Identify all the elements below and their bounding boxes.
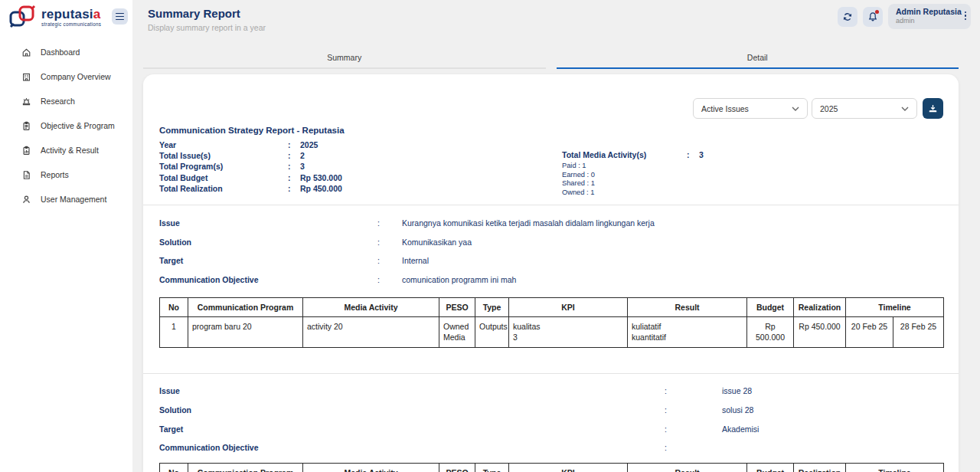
sidebar-item-label: User Management [41,195,106,204]
stat-row: Total Issue(s):2 [159,150,342,161]
cell-type: Outputs [475,317,509,348]
cell-realization: Rp 450.000 [794,317,846,348]
field-label: Issue [159,386,665,395]
cell-activity: activity 20 [303,317,439,348]
issue-field-row: Issue:Kurangnya komunikasi ketika terjad… [159,218,655,228]
table-row: 1 program baru 20 activity 20 OwnedMedia… [160,317,944,348]
building-icon [21,72,31,82]
stat-label: Total Realization [159,183,288,194]
chevron-down-icon [901,107,909,111]
cell-result: kuliatatifkuantitatif [628,317,747,348]
field-label: Communication Objective [159,275,377,284]
sidebar-toggle-button[interactable] [112,8,128,25]
issues-filter-select[interactable]: Active Issues [693,98,808,119]
tab-summary[interactable]: Summary [143,46,546,69]
sidebar-item-label: Activity & Result [41,146,99,155]
col-result: Result [628,464,747,472]
stat-value: 2025 [300,140,318,149]
col-no: No [160,464,188,472]
issue-field-row: Target:Akademisi [159,424,759,434]
refresh-button[interactable] [838,7,858,27]
sidebar-item-label: Company Overview [41,72,111,81]
report-summary-stats: Year:2025 Total Issue(s):2 Total Program… [159,139,342,194]
brand-name-accent: a [93,7,101,21]
brand-logo-text: reputasia strategic communications [41,8,101,27]
media-breakdown: Paid : 1 Earned : 0 Shared : 1 Owned : 1 [562,162,704,198]
col-budget: Budget [747,464,794,472]
user-menu[interactable]: Admin Reputasia admin [888,4,971,29]
stat-label: Year [159,139,288,150]
col-timeline: Timeline [846,298,944,317]
report-tabs: Summary Detail [143,46,959,69]
issue-field-row: Communication Objective: [159,443,722,452]
col-type: Type [475,464,509,472]
refresh-icon [842,11,853,22]
stat-row: Total Budget:Rp 530.000 [159,172,342,183]
kebab-menu-icon[interactable] [965,11,966,20]
sidebar-item-company-overview[interactable]: Company Overview [0,64,132,89]
field-label: Solution [159,405,665,415]
sidebar-item-activity-result[interactable]: Activity & Result [0,138,132,162]
sidebar-item-research[interactable]: Research [0,89,132,113]
sidebar-item-reports[interactable]: Reports [0,162,132,187]
cell-kpi: kualitas3 [509,317,628,348]
media-total-value: 3 [699,150,704,159]
col-no: No [160,298,188,317]
sidebar-nav: Dashboard Company Overview Research Obje… [0,40,132,211]
cell-timeline-from: 20 Feb 25 [846,317,893,348]
field-label: Communication Objective [159,443,665,452]
brand-logo[interactable]: reputasia strategic communications [8,3,101,31]
divider [143,205,959,205]
cell-budget: Rp 500.000 [747,317,794,348]
col-communication-program: Communication Program [188,464,303,472]
field-value: comunication programm ini mah [402,275,516,284]
media-total-label: Total Media Activity(s) [562,150,687,159]
col-kpi: KPI [509,464,628,472]
col-communication-program: Communication Program [188,298,303,317]
media-breakdown-paid: Paid : 1 [562,162,704,171]
col-result: Result [628,298,747,317]
program-table: No Communication Program Media Activity … [159,297,944,348]
stat-row: Total Program(s):3 [159,161,342,172]
stat-value: 2 [300,151,305,160]
chevron-down-icon [792,107,799,111]
user-name: Admin Reputasia [896,7,959,17]
stat-value: Rp 450.000 [300,184,342,193]
page-subtitle: Display summary report in a year [148,23,266,32]
cell-program: program baru 20 [188,317,303,348]
field-value: Akademisi [722,424,759,434]
page-title: Summary Report [148,7,240,20]
sidebar-item-dashboard[interactable]: Dashboard [0,40,132,64]
stat-row: Year:2025 [159,139,342,150]
sidebar-item-label: Objective & Program [41,121,115,130]
cell-no: 1 [160,317,188,348]
stat-value: 3 [300,162,305,171]
field-value: Komunikasikan yaa [402,238,472,247]
notifications-button[interactable] [863,7,883,27]
program-table-2: No Communication Program Media Activity … [159,463,944,472]
download-button[interactable] [923,98,943,119]
home-icon [21,48,31,57]
field-label: Target [159,424,665,434]
sidebar-item-objective-program[interactable]: Objective & Program [0,113,132,138]
download-icon [928,103,938,113]
sidebar-item-label: Research [41,97,75,106]
cell-timeline-to: 28 Feb 25 [893,317,944,348]
field-value: solusi 28 [722,405,753,415]
stat-row: Total Realization:Rp 450.000 [159,183,342,194]
col-realization: Realization [794,298,846,317]
tab-detail[interactable]: Detail [557,46,959,69]
sidebar-item-user-management[interactable]: User Management [0,187,132,211]
brand-name: reputasia [41,8,101,21]
field-value: Kurangnya komunikasi ketika terjadi masa… [402,218,655,228]
col-peso: PESO [439,464,475,472]
field-label: Target [159,256,377,265]
stat-label: Total Program(s) [159,161,288,172]
clipboard-icon [21,121,31,131]
stat-label: Total Issue(s) [159,150,288,161]
document-icon [21,170,31,180]
col-realization: Realization [794,464,846,472]
issue-field-row: Target:Internal [159,256,429,265]
report-title: Communication Strategy Report - Reputasi… [159,126,345,135]
year-select[interactable]: 2025 [812,98,917,119]
